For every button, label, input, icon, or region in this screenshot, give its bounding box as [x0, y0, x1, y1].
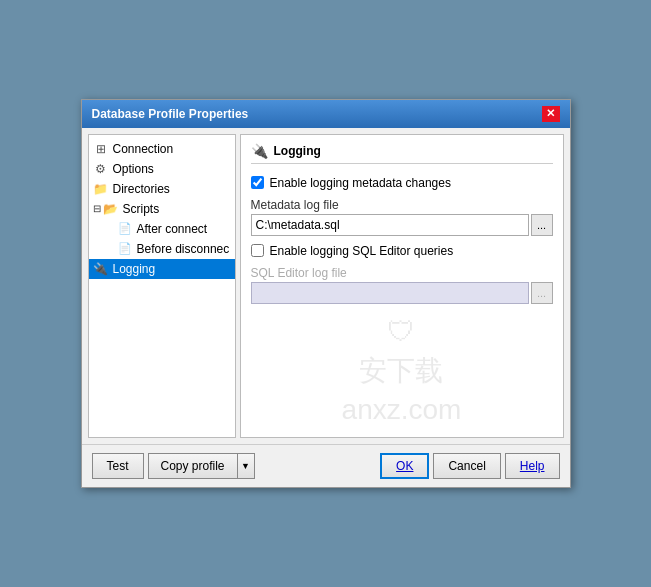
sql-log-input-row: ... [251, 282, 553, 304]
browse-metadata-button[interactable]: ... [531, 214, 553, 236]
sql-log-file-input[interactable] [251, 282, 529, 304]
watermark: 🛡安下载anxz.com [251, 312, 553, 430]
watermark-text: 🛡安下载anxz.com [342, 312, 462, 430]
enable-metadata-checkbox[interactable] [251, 176, 264, 189]
content-panel: 🔌 Logging Enable logging metadata change… [240, 134, 564, 439]
dialog-body: ⊞ Connection ⚙ Options 📁 Directories ⊟ 📂… [82, 128, 570, 445]
copy-profile-group: Copy profile ▼ [148, 453, 255, 479]
tree-label-logging: Logging [113, 262, 156, 276]
tree-item-scripts[interactable]: ⊟ 📂 Scripts [89, 199, 235, 219]
tree-panel: ⊞ Connection ⚙ Options 📁 Directories ⊟ 📂… [88, 134, 236, 439]
sql-log-section: SQL Editor log file ... [251, 266, 553, 304]
section-title: Logging [274, 144, 321, 158]
titlebar: Database Profile Properties ✕ [82, 100, 570, 128]
tree-label-directories: Directories [113, 182, 170, 196]
tree-item-logging[interactable]: 🔌 Logging [89, 259, 235, 279]
tree-item-directories[interactable]: 📁 Directories [89, 179, 235, 199]
metadata-log-section: Metadata log file ... [251, 198, 553, 236]
bottom-bar: Test Copy profile ▼ OK Cancel Help [82, 444, 570, 487]
cancel-button[interactable]: Cancel [433, 453, 500, 479]
metadata-log-input-row: ... [251, 214, 553, 236]
scripts-expand-icon: ⊟ [93, 203, 101, 214]
metadata-log-file-label: Metadata log file [251, 198, 553, 212]
section-header: 🔌 Logging [251, 143, 553, 164]
copy-profile-dropdown-button[interactable]: ▼ [237, 453, 255, 479]
browse-sql-button[interactable]: ... [531, 282, 553, 304]
tree-label-after-connect: After connect [137, 222, 208, 236]
tree-item-after-connect[interactable]: 📄 After connect [89, 219, 235, 239]
before-disconnect-icon: 📄 [117, 241, 133, 257]
enable-sql-editor-label[interactable]: Enable logging SQL Editor queries [270, 244, 454, 258]
tree-label-before-disconnect: Before disconnec [137, 242, 230, 256]
enable-sql-editor-row[interactable]: Enable logging SQL Editor queries [251, 244, 553, 258]
connection-icon: ⊞ [93, 141, 109, 157]
tree-item-options[interactable]: ⚙ Options [89, 159, 235, 179]
close-button[interactable]: ✕ [542, 106, 560, 122]
enable-metadata-row[interactable]: Enable logging metadata changes [251, 176, 553, 190]
tree-item-before-disconnect[interactable]: 📄 Before disconnec [89, 239, 235, 259]
scripts-icon: 📂 [103, 201, 119, 217]
tree-label-connection: Connection [113, 142, 174, 156]
enable-metadata-label[interactable]: Enable logging metadata changes [270, 176, 451, 190]
copy-profile-button[interactable]: Copy profile [148, 453, 237, 479]
options-icon: ⚙ [93, 161, 109, 177]
tree-label-scripts: Scripts [123, 202, 160, 216]
ok-button[interactable]: OK [380, 453, 429, 479]
tree-item-connection[interactable]: ⊞ Connection [89, 139, 235, 159]
logging-tree-icon: 🔌 [93, 261, 109, 277]
section-logging-icon: 🔌 [251, 143, 268, 159]
folder-icon: 📁 [93, 181, 109, 197]
after-connect-icon: 📄 [117, 221, 133, 237]
metadata-log-file-input[interactable] [251, 214, 529, 236]
help-button[interactable]: Help [505, 453, 560, 479]
database-profile-dialog: Database Profile Properties ✕ ⊞ Connecti… [81, 99, 571, 489]
sql-log-file-label: SQL Editor log file [251, 266, 553, 280]
dialog-title: Database Profile Properties [92, 107, 249, 121]
tree-label-options: Options [113, 162, 154, 176]
enable-sql-editor-checkbox[interactable] [251, 244, 264, 257]
test-button[interactable]: Test [92, 453, 144, 479]
